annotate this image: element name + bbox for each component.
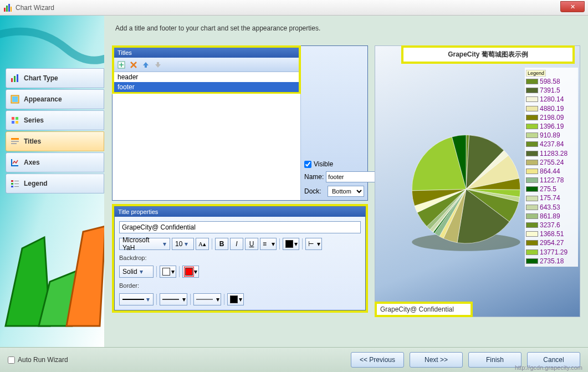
nav-axes[interactable]: Axes [6,152,104,172]
legend-row: 3237.6 [526,221,577,230]
visible-checkbox[interactable] [304,161,311,168]
font-family-value: Microsoft YaH [122,236,161,252]
series-icon [11,116,19,125]
svg-rect-13 [16,121,18,124]
border-weight-button[interactable]: ▾ [193,293,221,305]
legend-row: 275.5 [526,185,577,193]
border-label: Border: [119,282,361,289]
nav-label: Axes [24,159,40,166]
legend-row: 861.89 [526,212,577,221]
nav-label: Chart Type [24,74,58,82]
backdrop-style-value: Solid [122,268,137,276]
nav-label: Series [24,116,44,124]
legend-row: 4880.19 [526,104,577,113]
preview-footer: GrapeCity@ Confidential [375,302,473,317]
legend-row: 13771.29 [526,248,577,257]
nav-chart-type[interactable]: Chart Type [6,68,104,88]
auto-run-label: Auto Run Wizard [18,356,68,364]
svg-rect-11 [16,117,18,120]
nav-label: Appearance [24,95,62,103]
name-label: Name: [304,173,324,181]
align-button[interactable]: ≡▾ [260,238,277,250]
previous-button[interactable]: << Previous [351,352,404,368]
titlebar: Chart Wizard ✕ [0,0,588,16]
legend-row: 2198.09 [526,113,577,122]
legend-row: 2735.18 [526,257,577,266]
nav-legend[interactable]: Legend [6,174,104,193]
sidebar: Chart Type Appearance Series Titles Axes… [0,16,104,347]
props-header: Title properties [115,207,365,217]
dock-select[interactable]: Bottom [328,186,364,197]
next-button[interactable]: Next >> [410,352,463,368]
svg-rect-1 [6,6,8,12]
add-icon[interactable] [117,61,125,69]
svg-rect-21 [14,184,19,184]
italic-button[interactable]: I [230,238,243,250]
watermark: http://gcdn.grapecity.com [515,364,582,371]
nav-titles[interactable]: Titles [6,131,104,151]
svg-rect-5 [11,78,13,82]
auto-run-checkbox[interactable] [8,356,15,364]
nav-label: Titles [24,137,41,145]
backdrop-color2-button[interactable]: ▾ [182,266,199,278]
legend-row: 864.44 [526,167,577,176]
increase-size-button[interactable]: A▴ [196,238,209,250]
legend-row: 2755.24 [526,158,577,167]
border-style-combo[interactable]: ▾ [119,293,154,305]
border-dash-button[interactable]: ▾ [160,293,187,305]
svg-rect-22 [14,186,19,187]
nav-series[interactable]: Series [6,110,104,130]
preview-title: GrapeCity 葡萄城图表示例 [401,45,575,64]
legend-row: 4237.84 [526,140,577,149]
legend-row: 1280.14 [526,95,577,104]
legend-row: 11283.28 [526,149,577,158]
list-item[interactable]: footer [114,82,299,92]
font-family-combo[interactable]: Microsoft YaH▾ [119,238,170,250]
legend-row: 7391.5 [526,86,577,95]
backdrop-color1-button[interactable]: ▾ [160,266,176,278]
delete-icon[interactable] [130,61,137,69]
finish-button[interactable]: Finish [468,352,521,368]
underline-button[interactable]: U [245,238,258,250]
window-title: Chart Wizard [16,4,54,12]
backdrop-style-combo[interactable]: Solid▾ [119,266,154,278]
text-color-button[interactable]: ▾ [283,238,299,250]
axes-icon [11,158,19,167]
legend-row: 910.89 [526,131,577,140]
chevron-down-icon: ▾ [161,240,168,248]
svg-rect-7 [17,74,18,82]
titles-icon [11,137,19,146]
titles-list: header footer [114,72,299,92]
bold-button[interactable]: B [215,238,228,250]
svg-rect-17 [11,180,13,182]
svg-rect-16 [11,143,17,144]
move-up-icon[interactable] [142,61,150,69]
svg-rect-18 [11,183,13,185]
font-size-combo[interactable]: 10▾ [172,238,194,250]
chart-preview: GrapeCity 葡萄城图表示例 Legend 598.587391.5128… [375,45,580,317]
svg-rect-2 [8,4,10,12]
legend-row: 1122.78 [526,176,577,185]
wizard-button-bar: Auto Run Wizard << Previous Next >> Fini… [0,347,588,372]
move-down-icon[interactable] [154,61,162,69]
svg-rect-14 [11,138,19,140]
svg-rect-0 [4,8,6,12]
backdrop-label: Backdrop: [119,254,361,261]
title-text-input[interactable] [119,221,361,233]
svg-rect-3 [11,7,12,12]
chart-type-icon [11,74,19,83]
svg-rect-6 [14,76,16,82]
close-button[interactable]: ✕ [560,1,585,12]
nav-appearance[interactable]: Appearance [6,89,104,109]
titles-side-props: Visible Name: Dock:Bottom [301,46,367,200]
instruction-text: Add a title and footer to your chart and… [115,24,580,32]
dock-label: Dock: [304,187,325,195]
legend-row: 1368.51 [526,230,577,238]
orientation-button[interactable]: ⊢▾ [305,238,322,250]
legend-row: 175.74 [526,193,577,202]
legend-icon [11,179,19,188]
border-color-button[interactable]: ▾ [227,293,244,305]
list-item[interactable]: header [114,72,299,82]
chevron-down-icon: ▾ [182,240,190,248]
legend-row: 1396.19 [526,122,577,131]
